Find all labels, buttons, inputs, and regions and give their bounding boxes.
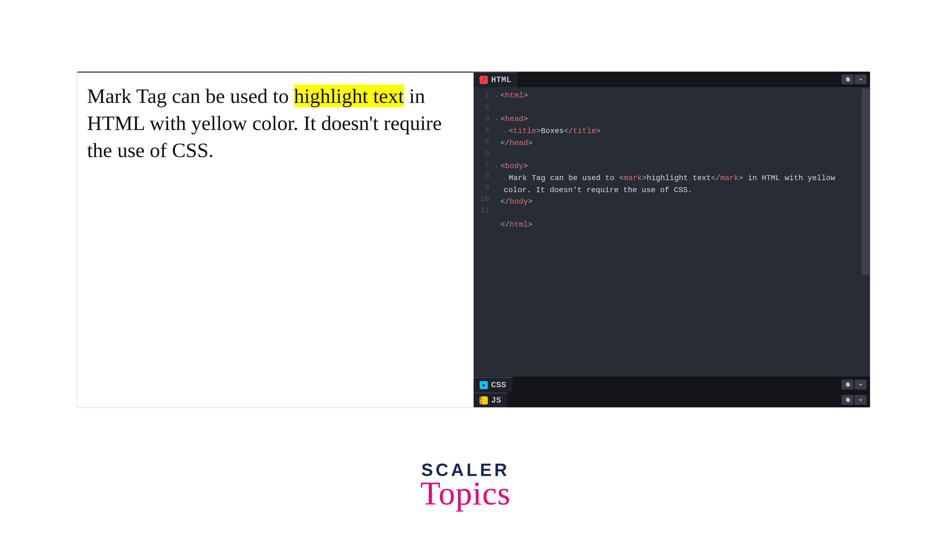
css-icon: ✱	[480, 381, 488, 389]
tab-html[interactable]: / HTML	[474, 72, 517, 87]
js-label: JS	[491, 396, 501, 405]
settings-button-css[interactable]	[842, 380, 854, 389]
preview-text: Mark Tag can be used to highlight text i…	[87, 82, 464, 164]
collapse-button-js[interactable]	[855, 395, 867, 405]
html-icon: /	[480, 76, 488, 84]
chevron-down-icon	[858, 77, 863, 82]
settings-button-js[interactable]	[842, 395, 854, 405]
settings-button-html[interactable]	[842, 74, 854, 84]
brand-logo: SCALER Topics	[420, 460, 511, 512]
code-editor[interactable]: 1234567891011 ▸<html> ▸<head>▸<title>Box…	[474, 87, 870, 377]
scrollbar-thumb[interactable]	[862, 89, 869, 275]
editor-panel: / HTML 1234567891011 ▸<html> ▸<head>▸<ti…	[474, 72, 870, 407]
css-actions	[842, 380, 867, 389]
collapse-button-html[interactable]	[855, 74, 867, 84]
chevron-down-icon	[858, 382, 863, 387]
gear-icon	[845, 397, 850, 403]
code-lines: ▸<html> ▸<head>▸<title>Boxes</title></he…	[493, 87, 870, 377]
js-panel-header: ( ) JS	[474, 392, 870, 407]
preview-panel: Mark Tag can be used to highlight text i…	[77, 72, 474, 407]
css-label: CSS	[491, 380, 506, 390]
chevron-down-icon	[858, 397, 863, 403]
collapse-button-css[interactable]	[855, 380, 867, 389]
gear-icon	[845, 382, 850, 387]
css-panel-header: ✱ CSS	[474, 377, 870, 392]
html-label: HTML	[491, 75, 511, 85]
html-actions	[842, 74, 867, 84]
js-icon: ( )	[480, 396, 488, 405]
tab-js[interactable]: ( ) JS	[474, 392, 507, 408]
line-gutter: 1234567891011	[474, 87, 493, 377]
codepen-frame: Mark Tag can be used to highlight text i…	[77, 71, 871, 408]
js-actions	[842, 395, 867, 405]
brand-bottom: Topics	[420, 475, 511, 512]
tab-css[interactable]: ✱ CSS	[474, 377, 512, 392]
preview-before: Mark Tag can be used to	[87, 85, 294, 107]
html-panel-header: / HTML	[474, 72, 870, 87]
preview-highlight: highlight text	[294, 85, 404, 107]
gear-icon	[845, 77, 850, 82]
